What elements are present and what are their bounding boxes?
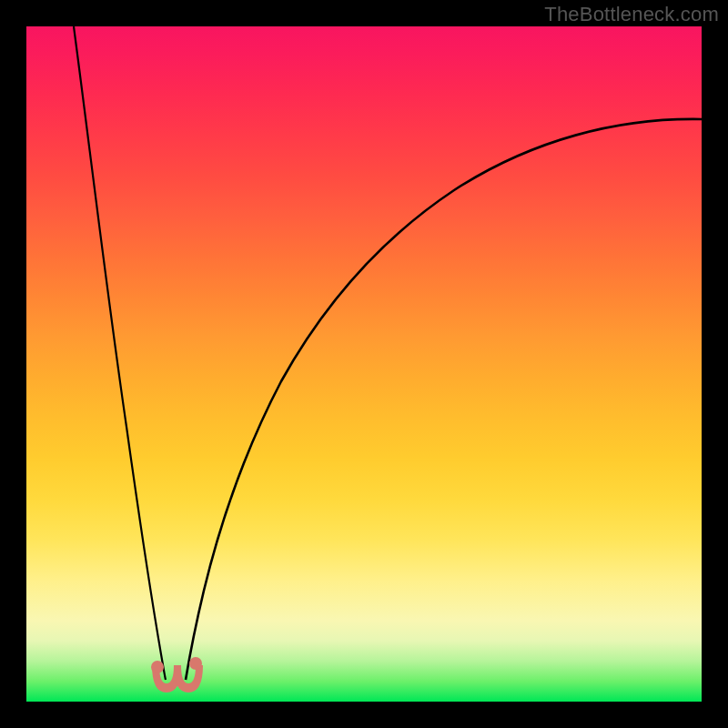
- minimum-marker: [151, 657, 203, 693]
- svg-point-1: [189, 657, 202, 670]
- curve-left-branch: [74, 26, 166, 680]
- svg-point-0: [151, 661, 164, 673]
- chart-frame: TheBottleneck.com: [0, 0, 728, 728]
- plot-area: [26, 26, 702, 702]
- curve-svg: [26, 26, 702, 702]
- watermark-label: TheBottleneck.com: [544, 3, 719, 26]
- curve-right-branch: [186, 119, 702, 680]
